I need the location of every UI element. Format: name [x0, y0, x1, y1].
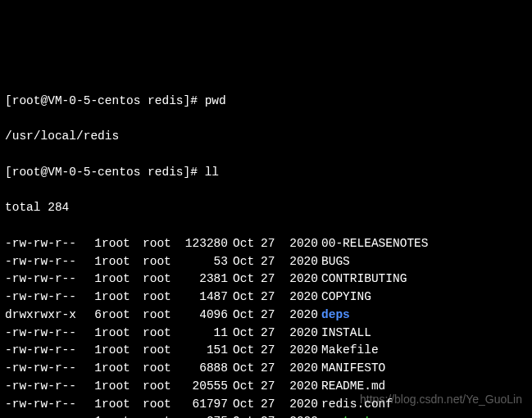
file-size: 123280	[184, 235, 233, 253]
file-links: 1	[79, 342, 102, 360]
file-owner: root	[102, 360, 143, 378]
file-year: 2020	[280, 307, 321, 325]
file-owner: root	[102, 396, 143, 414]
file-row: -rw-rw-r--1 rootroot6888Oct272020 MANIFE…	[5, 360, 527, 378]
file-name: redis.conf	[321, 396, 393, 414]
file-name: MANIFESTO	[321, 360, 385, 378]
file-group: root	[143, 378, 184, 396]
file-name: INSTALL	[321, 325, 371, 343]
file-row: -rw-rw-r--1 rootroot1487Oct272020 COPYIN…	[5, 289, 527, 307]
file-year: 2020	[280, 235, 321, 253]
file-day: 27	[261, 325, 280, 343]
prompt-line-1: [root@VM-0-5-centos redis]# pwd	[5, 93, 527, 111]
file-owner: root	[102, 253, 143, 271]
terminal-output[interactable]: [root@VM-0-5-centos redis]# pwd /usr/loc…	[5, 75, 527, 418]
file-name: deps	[321, 307, 350, 325]
file-links: 1	[79, 235, 102, 253]
file-links: 6	[79, 307, 102, 325]
file-group: root	[143, 235, 184, 253]
file-month: Oct	[233, 413, 261, 418]
file-owner: root	[102, 289, 143, 307]
file-month: Oct	[233, 342, 261, 360]
file-perms: drwxrwxr-x	[5, 307, 79, 325]
file-links: 1	[79, 378, 102, 396]
file-perms: -rw-rw-r--	[5, 235, 79, 253]
file-group: root	[143, 253, 184, 271]
file-group: root	[143, 325, 184, 343]
file-size: 275	[184, 413, 233, 418]
file-perms: -rw-rw-r--	[5, 253, 79, 271]
file-links: 1	[79, 396, 102, 414]
prompt-text: [root@VM-0-5-centos redis]#	[5, 166, 205, 179]
file-name: CONTRIBUTING	[321, 270, 407, 289]
file-links: 1	[79, 289, 102, 307]
file-row: -rw-rw-r--1 rootroot61797Oct272020 redis…	[5, 396, 527, 414]
file-year: 2020	[280, 253, 321, 271]
file-size: 20555	[184, 378, 233, 396]
file-size: 53	[184, 253, 233, 271]
file-size: 4096	[184, 307, 233, 325]
file-year: 2020	[280, 378, 321, 396]
file-name: COPYING	[321, 289, 371, 307]
file-size: 6888	[184, 360, 233, 378]
file-perms: -rw-rw-r--	[5, 289, 79, 307]
file-day: 27	[261, 413, 280, 418]
file-links: 1	[79, 253, 102, 271]
prompt-text: [root@VM-0-5-centos redis]#	[5, 94, 205, 107]
file-owner: root	[102, 342, 143, 360]
file-row: drwxrwxr-x6 rootroot4096Oct272020 deps	[5, 307, 527, 325]
file-owner: root	[102, 325, 143, 343]
file-owner: root	[102, 413, 143, 418]
file-group: root	[143, 396, 184, 414]
file-day: 27	[261, 342, 280, 360]
file-links: 1	[79, 325, 102, 343]
file-perms: -rw-rw-r--	[5, 342, 79, 360]
pwd-output: /usr/local/redis	[5, 128, 527, 146]
cmd-pwd: pwd	[205, 94, 226, 107]
file-perms: -rw-rw-r--	[5, 325, 79, 343]
file-day: 27	[261, 378, 280, 396]
file-owner: root	[102, 235, 143, 253]
file-month: Oct	[233, 360, 261, 378]
file-size: 1487	[184, 289, 233, 307]
prompt-line-2: [root@VM-0-5-centos redis]# ll	[5, 164, 527, 182]
file-month: Oct	[233, 396, 261, 414]
file-owner: root	[102, 378, 143, 396]
file-owner: root	[102, 307, 143, 325]
file-owner: root	[102, 270, 143, 289]
file-perms: -rwxrwxr-x	[5, 413, 79, 418]
file-year: 2020	[280, 413, 321, 418]
file-month: Oct	[233, 289, 261, 307]
file-group: root	[143, 270, 184, 289]
file-perms: -rw-rw-r--	[5, 378, 79, 396]
total-line: total 284	[5, 199, 527, 217]
file-year: 2020	[280, 289, 321, 307]
file-month: Oct	[233, 235, 261, 253]
file-row: -rwxrwxr-x1 rootroot275Oct272020 runtest	[5, 413, 527, 418]
file-name: README.md	[321, 378, 385, 396]
file-year: 2020	[280, 342, 321, 360]
file-row: -rw-rw-r--1 rootroot123280Oct272020 00-R…	[5, 235, 527, 253]
file-size: 61797	[184, 396, 233, 414]
file-year: 2020	[280, 360, 321, 378]
file-group: root	[143, 289, 184, 307]
file-group: root	[143, 413, 184, 418]
file-year: 2020	[280, 325, 321, 343]
file-day: 27	[261, 289, 280, 307]
file-row: -rw-rw-r--1 rootroot151Oct272020 Makefil…	[5, 342, 527, 360]
file-perms: -rw-rw-r--	[5, 270, 79, 289]
file-row: -rw-rw-r--1 rootroot53Oct272020 BUGS	[5, 253, 527, 271]
file-name: runtest	[321, 413, 371, 418]
file-size: 151	[184, 342, 233, 360]
file-name: BUGS	[321, 253, 350, 271]
file-month: Oct	[233, 270, 261, 289]
file-day: 27	[261, 235, 280, 253]
file-month: Oct	[233, 378, 261, 396]
file-listing: -rw-rw-r--1 rootroot123280Oct272020 00-R…	[5, 235, 527, 418]
file-day: 27	[261, 396, 280, 414]
file-day: 27	[261, 253, 280, 271]
file-row: -rw-rw-r--1 rootroot20555Oct272020 READM…	[5, 378, 527, 396]
file-year: 2020	[280, 270, 321, 289]
file-links: 1	[79, 360, 102, 378]
file-name: 00-RELEASENOTES	[321, 235, 429, 253]
